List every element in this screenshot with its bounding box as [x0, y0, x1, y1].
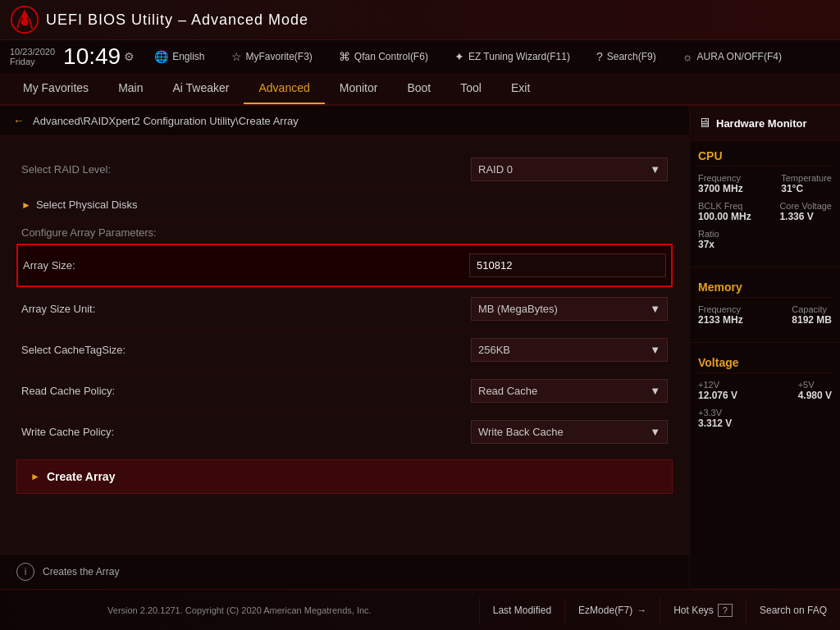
raid-level-select[interactable]: RAID 0 ▼	[471, 158, 668, 181]
nav-ai-tweaker[interactable]: Ai Tweaker	[158, 73, 244, 104]
cpu-ratio-label: Ratio	[698, 229, 719, 239]
memory-freq-row: Frequency 2133 MHz Capacity 8192 MB	[698, 304, 832, 326]
cpu-bclk-row: BCLK Freq 100.00 MHz Core Voltage 1.336 …	[698, 201, 832, 222]
svg-marker-1	[21, 9, 30, 18]
gear-icon[interactable]: ⚙	[124, 50, 135, 63]
time-text: 10:49	[63, 43, 121, 70]
array-size-input[interactable]	[469, 253, 666, 277]
raid-level-label: Select RAID Level:	[21, 163, 471, 176]
aura-icon: ☼	[682, 50, 693, 63]
qfan-label: Qfan Control(F6)	[354, 51, 428, 62]
chevron-down-icon: ▼	[650, 385, 660, 397]
search-faq-btn[interactable]: Search on FAQ	[746, 598, 840, 623]
v33-label: +3.3V	[698, 408, 732, 418]
search-label: Search(F9)	[607, 51, 656, 62]
array-size-label: Array Size:	[23, 259, 469, 272]
select-physical-disks-section[interactable]: ► Select Physical Disks	[16, 190, 673, 220]
wand-icon: ✦	[454, 50, 464, 63]
nav-monitor[interactable]: Monitor	[325, 73, 393, 104]
nav-main[interactable]: Main	[103, 73, 158, 104]
nav-my-favorites[interactable]: My Favorites	[8, 73, 103, 104]
clock-display: 10:49 ⚙	[63, 43, 135, 70]
info-bar: i Creates the Array	[0, 554, 689, 588]
physical-disks-label: Select Physical Disks	[36, 199, 138, 211]
memory-freq-label: Frequency	[698, 304, 743, 314]
aura-label: AURA ON/OFF(F4)	[697, 51, 782, 62]
info-icon: i	[16, 563, 34, 581]
memory-cap-label: Capacity	[792, 304, 832, 314]
nav-boot[interactable]: Boot	[392, 73, 445, 104]
svg-line-3	[17, 18, 21, 29]
top-bar: 10/23/2020 Friday 10:49 ⚙ 🌐 English ☆ My…	[0, 40, 840, 73]
breadcrumb-text: Advanced\RAIDXpert2 Configuration Utilit…	[33, 115, 299, 127]
cpu-ratio-col: Ratio 37x	[698, 229, 719, 250]
back-button[interactable]: ←	[13, 114, 25, 127]
myfavorite-label: MyFavorite(F3)	[246, 51, 313, 62]
language-label: English	[172, 51, 204, 62]
myfavorite-btn[interactable]: ☆ MyFavorite(F3)	[225, 48, 319, 66]
info-text: Creates the Array	[43, 566, 119, 578]
last-modified-btn[interactable]: Last Modified	[479, 598, 564, 623]
star-icon: ☆	[231, 50, 242, 63]
nav-exit[interactable]: Exit	[496, 73, 545, 104]
voltage-5v-col: +5V 4.980 V	[798, 380, 832, 401]
qfan-btn[interactable]: ⌘ Qfan Control(F6)	[332, 48, 435, 66]
cpu-freq-row: Frequency 3700 MHz Temperature 31°C	[698, 173, 832, 194]
nav-tool[interactable]: Tool	[445, 73, 496, 104]
read-cache-policy-row: Read Cache Policy: Read Cache ▼	[16, 371, 673, 412]
app-title: UEFI BIOS Utility – Advanced Mode	[46, 11, 308, 29]
day-text: Friday	[10, 57, 55, 66]
write-cache-policy-select[interactable]: Write Back Cache ▼	[471, 420, 668, 444]
title-bar: UEFI BIOS Utility – Advanced Mode	[0, 0, 840, 40]
search-btn[interactable]: ? Search(F9)	[590, 48, 663, 66]
cpu-freq-value: 3700 MHz	[698, 183, 743, 194]
cache-tag-size-select[interactable]: 256KB ▼	[471, 338, 668, 362]
array-size-row: Array Size:	[16, 244, 673, 287]
hot-keys-label: Hot Keys	[673, 605, 714, 616]
section-expand-icon: ►	[21, 199, 31, 211]
search-icon: ?	[596, 50, 603, 63]
eztuning-label: EZ Tuning Wizard(F11)	[468, 51, 570, 62]
configure-params-label: Configure Array Parameters:	[16, 220, 673, 242]
hw-monitor-label: Hardware Monitor	[716, 117, 807, 130]
read-cache-policy-value: Read Cache	[478, 385, 537, 397]
main-layout: ← Advanced\RAIDXpert2 Configuration Util…	[0, 106, 840, 588]
cpu-bclk-col: BCLK Freq 100.00 MHz	[698, 201, 751, 222]
voltage-12v-row: +12V 12.076 V +5V 4.980 V	[698, 380, 832, 401]
form-area: Select RAID Level: RAID 0 ▼ ► Select Phy…	[0, 136, 689, 514]
write-cache-policy-row: Write Cache Policy: Write Back Cache ▼	[16, 412, 673, 453]
aura-btn[interactable]: ☼ AURA ON/OFF(F4)	[676, 48, 788, 66]
ezmode-btn[interactable]: EzMode(F7) →	[564, 598, 660, 623]
read-cache-policy-select[interactable]: Read Cache ▼	[471, 379, 668, 403]
ezmode-label: EzMode(F7)	[578, 605, 632, 616]
create-array-label: Create Array	[47, 470, 116, 483]
globe-icon: 🌐	[154, 50, 168, 63]
cpu-corev-label: Core Voltage	[779, 201, 832, 211]
read-cache-policy-label: Read Cache Policy:	[21, 385, 471, 397]
memory-freq-col: Frequency 2133 MHz	[698, 304, 743, 326]
language-btn[interactable]: 🌐 English	[148, 48, 211, 66]
nav-bar: My Favorites Main Ai Tweaker Advanced Mo…	[0, 73, 840, 105]
array-size-unit-select[interactable]: MB (MegaBytes) ▼	[471, 297, 668, 321]
cpu-freq-label: Frequency	[698, 173, 743, 183]
create-array-button[interactable]: ► Create Array	[16, 459, 673, 494]
breadcrumb: ← Advanced\RAIDXpert2 Configuration Util…	[0, 106, 689, 136]
array-size-unit-label: Array Size Unit:	[21, 303, 471, 315]
cpu-bclk-value: 100.00 MHz	[698, 211, 751, 222]
voltage-12v-col: +12V 12.076 V	[698, 380, 737, 401]
array-size-unit-row: Array Size Unit: MB (MegaBytes) ▼	[16, 289, 673, 330]
eztuning-btn[interactable]: ✦ EZ Tuning Wizard(F11)	[448, 48, 577, 66]
ezmode-arrow-icon: →	[637, 605, 646, 616]
cache-tag-size-row: Select CacheTagSize: 256KB ▼	[16, 330, 673, 371]
v12-value: 12.076 V	[698, 390, 737, 401]
memory-freq-value: 2133 MHz	[698, 314, 743, 326]
divider	[690, 342, 840, 343]
nav-advanced[interactable]: Advanced	[244, 73, 324, 104]
last-modified-label: Last Modified	[493, 605, 551, 616]
voltage-section-title: Voltage	[698, 356, 832, 373]
copyright-text: Version 2.20.1271. Copyright (C) 2020 Am…	[0, 605, 479, 615]
footer: Version 2.20.1271. Copyright (C) 2020 Am…	[0, 589, 840, 630]
voltage-section: Voltage +12V 12.076 V +5V 4.980 V +3.3V …	[690, 348, 840, 441]
v5-label: +5V	[798, 380, 832, 390]
hot-keys-btn[interactable]: Hot Keys ?	[660, 597, 746, 623]
